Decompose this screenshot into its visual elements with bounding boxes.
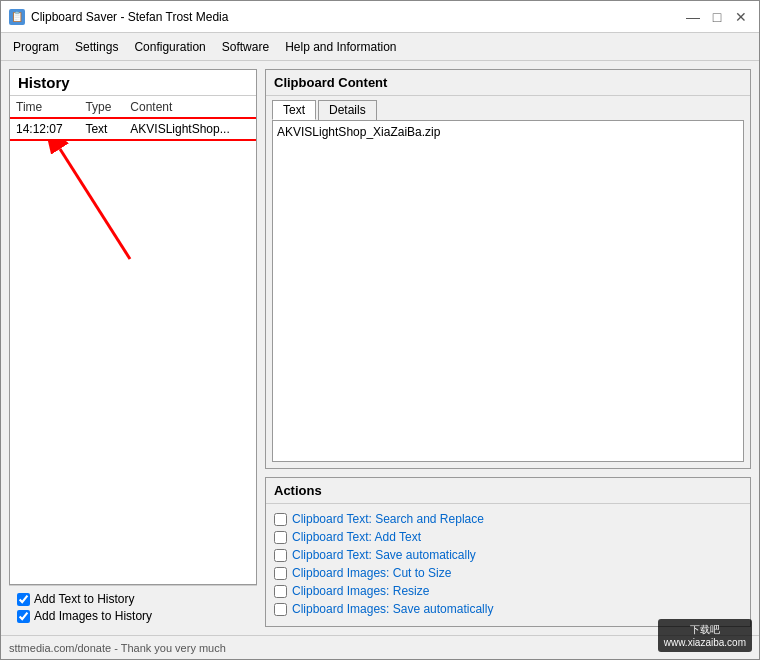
action-4[interactable]: Clipboard Images: Resize bbox=[266, 582, 750, 600]
col-time: Time bbox=[10, 96, 79, 119]
action-1[interactable]: Clipboard Text: Add Text bbox=[266, 528, 750, 546]
history-row-0[interactable]: 14:12:07 Text AKVISLightShop... bbox=[10, 119, 256, 140]
tab-details[interactable]: Details bbox=[318, 100, 377, 120]
row-type: Text bbox=[79, 119, 124, 140]
title-bar: 📋 Clipboard Saver - Stefan Trost Media —… bbox=[1, 1, 759, 33]
check-add-text[interactable]: Add Text to History bbox=[17, 592, 249, 606]
action-checkbox-5[interactable] bbox=[274, 603, 287, 616]
actions-panel: Actions Clipboard Text: Search and Repla… bbox=[265, 477, 751, 627]
red-arrow-svg bbox=[40, 139, 160, 269]
history-table: Time Type Content 14:12:07 Text AKVISLig… bbox=[10, 96, 256, 139]
bottom-checkboxes: Add Text to History Add Images to Histor… bbox=[9, 585, 257, 627]
clipboard-content-panel: Clipboard Content Text Details AKVISLigh… bbox=[265, 69, 751, 469]
action-0[interactable]: Clipboard Text: Search and Replace bbox=[266, 510, 750, 528]
action-3[interactable]: Clipboard Images: Cut to Size bbox=[266, 564, 750, 582]
history-table-area: Time Type Content 14:12:07 Text AKVISLig… bbox=[10, 96, 256, 584]
action-checkbox-4[interactable] bbox=[274, 585, 287, 598]
close-button[interactable]: ✕ bbox=[731, 7, 751, 27]
main-window: 📋 Clipboard Saver - Stefan Trost Media —… bbox=[0, 0, 760, 660]
history-section: History Time Type Content bbox=[9, 69, 257, 585]
action-checkbox-2[interactable] bbox=[274, 549, 287, 562]
minimize-button[interactable]: — bbox=[683, 7, 703, 27]
watermark: 下载吧 www.xiazaiba.com bbox=[658, 619, 752, 652]
action-5[interactable]: Clipboard Images: Save automatically bbox=[266, 600, 750, 618]
left-panel: History Time Type Content bbox=[9, 69, 257, 627]
menu-software[interactable]: Software bbox=[214, 36, 277, 58]
main-content: History Time Type Content bbox=[1, 61, 759, 635]
tabs-row: Text Details bbox=[266, 96, 750, 120]
row-time: 14:12:07 bbox=[10, 119, 79, 140]
action-2[interactable]: Clipboard Text: Save automatically bbox=[266, 546, 750, 564]
action-checkbox-3[interactable] bbox=[274, 567, 287, 580]
app-icon: 📋 bbox=[9, 9, 25, 25]
menu-help[interactable]: Help and Information bbox=[277, 36, 404, 58]
maximize-button[interactable]: □ bbox=[707, 7, 727, 27]
menu-program[interactable]: Program bbox=[5, 36, 67, 58]
checkbox-add-text[interactable] bbox=[17, 593, 30, 606]
window-title: Clipboard Saver - Stefan Trost Media bbox=[31, 10, 683, 24]
right-panel: Clipboard Content Text Details AKVISLigh… bbox=[265, 69, 751, 627]
arrow-area bbox=[10, 139, 256, 269]
col-content: Content bbox=[124, 96, 256, 119]
watermark-line2: www.xiazaiba.com bbox=[664, 637, 746, 648]
watermark-line1: 下载吧 bbox=[664, 623, 746, 637]
menu-settings[interactable]: Settings bbox=[67, 36, 126, 58]
clipboard-text-value: AKVISLightShop_XiaZaiBa.zip bbox=[277, 125, 440, 139]
action-checkbox-1[interactable] bbox=[274, 531, 287, 544]
tab-text[interactable]: Text bbox=[272, 100, 316, 120]
status-text: sttmedia.com/donate - Thank you very muc… bbox=[9, 642, 226, 654]
tab-text-content: AKVISLightShop_XiaZaiBa.zip bbox=[272, 120, 744, 462]
history-title: History bbox=[10, 70, 256, 96]
row-content: AKVISLightShop... bbox=[124, 119, 256, 140]
menu-bar: Program Settings Configuration Software … bbox=[1, 33, 759, 61]
status-bar: sttmedia.com/donate - Thank you very muc… bbox=[1, 635, 759, 659]
checkbox-add-images[interactable] bbox=[17, 610, 30, 623]
action-checkbox-0[interactable] bbox=[274, 513, 287, 526]
window-controls: — □ ✕ bbox=[683, 7, 751, 27]
svg-line-1 bbox=[60, 149, 130, 259]
col-type: Type bbox=[79, 96, 124, 119]
check-add-images[interactable]: Add Images to History bbox=[17, 609, 249, 623]
clipboard-content-title: Clipboard Content bbox=[266, 70, 750, 96]
menu-configuration[interactable]: Configuration bbox=[126, 36, 213, 58]
actions-title: Actions bbox=[266, 478, 750, 504]
